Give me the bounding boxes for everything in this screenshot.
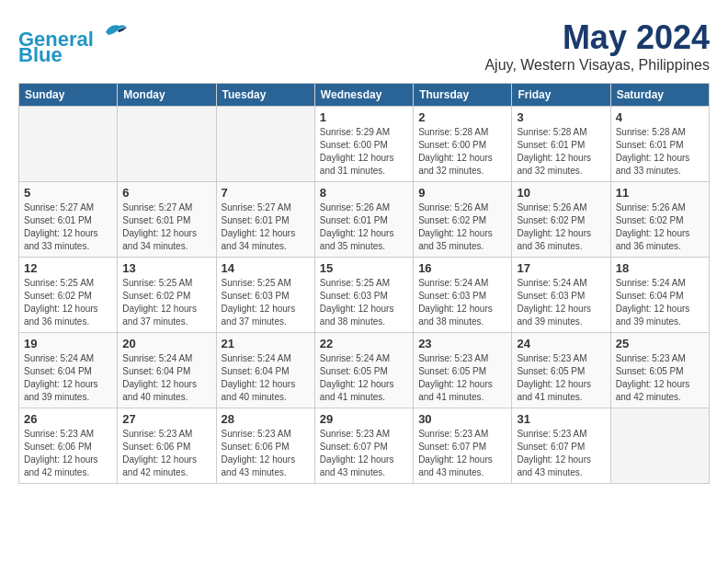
calendar-header-saturday: Saturday <box>610 84 709 107</box>
calendar-cell <box>19 107 118 182</box>
day-number: 23 <box>418 337 506 350</box>
day-info: Sunrise: 5:23 AMSunset: 6:05 PMDaylight:… <box>418 352 506 404</box>
calendar-header-thursday: Thursday <box>414 84 512 107</box>
calendar-cell: 2Sunrise: 5:28 AMSunset: 6:00 PMDaylight… <box>414 107 512 182</box>
calendar-cell: 26Sunrise: 5:23 AMSunset: 6:06 PMDayligh… <box>19 408 118 484</box>
calendar-cell: 12Sunrise: 5:25 AMSunset: 6:02 PMDayligh… <box>19 258 118 333</box>
day-info: Sunrise: 5:25 AMSunset: 6:02 PMDaylight:… <box>122 277 210 328</box>
day-info: Sunrise: 5:23 AMSunset: 6:06 PMDaylight:… <box>24 428 112 479</box>
day-info: Sunrise: 5:24 AMSunset: 6:03 PMDaylight:… <box>517 277 605 328</box>
calendar-table: SundayMondayTuesdayWednesdayThursdayFrid… <box>18 83 710 484</box>
day-number: 25 <box>616 337 704 350</box>
calendar-header-row: SundayMondayTuesdayWednesdayThursdayFrid… <box>19 84 710 107</box>
calendar-cell: 9Sunrise: 5:26 AMSunset: 6:02 PMDaylight… <box>414 182 512 258</box>
day-info: Sunrise: 5:23 AMSunset: 6:06 PMDaylight:… <box>222 428 310 479</box>
day-info: Sunrise: 5:25 AMSunset: 6:02 PMDaylight:… <box>24 277 112 328</box>
day-number: 31 <box>517 412 605 426</box>
day-number: 3 <box>517 110 605 124</box>
calendar-cell <box>216 107 314 182</box>
calendar-header-friday: Friday <box>512 84 610 107</box>
day-number: 1 <box>320 110 408 124</box>
calendar-week-row: 19Sunrise: 5:24 AMSunset: 6:04 PMDayligh… <box>19 333 710 408</box>
calendar-cell: 7Sunrise: 5:27 AMSunset: 6:01 PMDaylight… <box>216 182 314 258</box>
calendar-cell: 29Sunrise: 5:23 AMSunset: 6:07 PMDayligh… <box>314 408 413 484</box>
calendar-cell: 13Sunrise: 5:25 AMSunset: 6:02 PMDayligh… <box>118 258 216 333</box>
day-number: 12 <box>24 261 112 275</box>
day-info: Sunrise: 5:25 AMSunset: 6:03 PMDaylight:… <box>222 277 310 328</box>
day-number: 24 <box>517 337 605 350</box>
calendar-cell: 16Sunrise: 5:24 AMSunset: 6:03 PMDayligh… <box>414 258 512 333</box>
day-info: Sunrise: 5:28 AMSunset: 6:01 PMDaylight:… <box>517 126 605 178</box>
calendar-cell: 6Sunrise: 5:27 AMSunset: 6:01 PMDaylight… <box>118 182 216 258</box>
calendar-cell: 27Sunrise: 5:23 AMSunset: 6:06 PMDayligh… <box>118 408 216 484</box>
day-number: 15 <box>320 261 408 275</box>
calendar-cell: 31Sunrise: 5:23 AMSunset: 6:07 PMDayligh… <box>512 408 610 484</box>
calendar-cell: 21Sunrise: 5:24 AMSunset: 6:04 PMDayligh… <box>216 333 314 408</box>
day-info: Sunrise: 5:29 AMSunset: 6:00 PMDaylight:… <box>320 126 408 178</box>
day-number: 14 <box>222 261 310 275</box>
day-number: 20 <box>122 337 210 350</box>
logo: General Blue <box>18 18 129 67</box>
day-info: Sunrise: 5:26 AMSunset: 6:02 PMDaylight:… <box>418 201 506 253</box>
day-info: Sunrise: 5:24 AMSunset: 6:05 PMDaylight:… <box>320 352 408 404</box>
day-info: Sunrise: 5:23 AMSunset: 6:06 PMDaylight:… <box>122 428 210 479</box>
logo-bird-icon <box>101 18 129 46</box>
calendar-header-sunday: Sunday <box>19 84 118 107</box>
day-number: 16 <box>418 261 506 275</box>
day-number: 29 <box>320 412 408 426</box>
day-info: Sunrise: 5:23 AMSunset: 6:07 PMDaylight:… <box>320 428 408 479</box>
subtitle: Ajuy, Western Visayas, Philippines <box>484 57 710 74</box>
calendar-cell: 18Sunrise: 5:24 AMSunset: 6:04 PMDayligh… <box>610 258 709 333</box>
calendar-week-row: 26Sunrise: 5:23 AMSunset: 6:06 PMDayligh… <box>19 408 710 484</box>
day-number: 5 <box>24 186 112 200</box>
calendar-cell: 8Sunrise: 5:26 AMSunset: 6:01 PMDaylight… <box>314 182 413 258</box>
day-info: Sunrise: 5:25 AMSunset: 6:03 PMDaylight:… <box>320 277 408 328</box>
title-section: May 2024 Ajuy, Western Visayas, Philippi… <box>484 18 710 74</box>
day-number: 17 <box>517 261 605 275</box>
calendar-cell: 3Sunrise: 5:28 AMSunset: 6:01 PMDaylight… <box>512 107 610 182</box>
day-number: 21 <box>222 337 310 350</box>
calendar-cell: 20Sunrise: 5:24 AMSunset: 6:04 PMDayligh… <box>118 333 216 408</box>
day-number: 9 <box>418 186 506 200</box>
day-number: 6 <box>122 186 210 200</box>
day-number: 2 <box>418 110 506 124</box>
day-info: Sunrise: 5:24 AMSunset: 6:04 PMDaylight:… <box>122 352 210 404</box>
day-info: Sunrise: 5:23 AMSunset: 6:05 PMDaylight:… <box>517 352 605 404</box>
calendar-cell <box>118 107 216 182</box>
day-info: Sunrise: 5:28 AMSunset: 6:01 PMDaylight:… <box>616 126 704 178</box>
day-info: Sunrise: 5:23 AMSunset: 6:07 PMDaylight:… <box>418 428 506 479</box>
day-number: 13 <box>122 261 210 275</box>
day-info: Sunrise: 5:23 AMSunset: 6:05 PMDaylight:… <box>616 352 704 404</box>
day-info: Sunrise: 5:24 AMSunset: 6:04 PMDaylight:… <box>222 352 310 404</box>
day-number: 10 <box>517 186 605 200</box>
day-number: 28 <box>222 412 310 426</box>
day-info: Sunrise: 5:27 AMSunset: 6:01 PMDaylight:… <box>24 201 112 253</box>
day-info: Sunrise: 5:27 AMSunset: 6:01 PMDaylight:… <box>122 201 210 253</box>
day-number: 4 <box>616 110 704 124</box>
calendar-week-row: 5Sunrise: 5:27 AMSunset: 6:01 PMDaylight… <box>19 182 710 258</box>
day-number: 26 <box>24 412 112 426</box>
calendar-cell: 30Sunrise: 5:23 AMSunset: 6:07 PMDayligh… <box>414 408 512 484</box>
calendar-cell: 5Sunrise: 5:27 AMSunset: 6:01 PMDaylight… <box>19 182 118 258</box>
day-info: Sunrise: 5:24 AMSunset: 6:04 PMDaylight:… <box>616 277 704 328</box>
calendar-cell: 28Sunrise: 5:23 AMSunset: 6:06 PMDayligh… <box>216 408 314 484</box>
day-number: 11 <box>616 186 704 200</box>
calendar-cell: 22Sunrise: 5:24 AMSunset: 6:05 PMDayligh… <box>314 333 413 408</box>
day-info: Sunrise: 5:27 AMSunset: 6:01 PMDaylight:… <box>222 201 310 253</box>
calendar-cell: 14Sunrise: 5:25 AMSunset: 6:03 PMDayligh… <box>216 258 314 333</box>
calendar-week-row: 1Sunrise: 5:29 AMSunset: 6:00 PMDaylight… <box>19 107 710 182</box>
calendar-cell: 4Sunrise: 5:28 AMSunset: 6:01 PMDaylight… <box>610 107 709 182</box>
calendar-cell: 24Sunrise: 5:23 AMSunset: 6:05 PMDayligh… <box>512 333 610 408</box>
day-number: 22 <box>320 337 408 350</box>
calendar-cell <box>610 408 709 484</box>
day-info: Sunrise: 5:28 AMSunset: 6:00 PMDaylight:… <box>418 126 506 178</box>
calendar-cell: 11Sunrise: 5:26 AMSunset: 6:02 PMDayligh… <box>610 182 709 258</box>
day-info: Sunrise: 5:26 AMSunset: 6:01 PMDaylight:… <box>320 201 408 253</box>
calendar-cell: 23Sunrise: 5:23 AMSunset: 6:05 PMDayligh… <box>414 333 512 408</box>
day-number: 8 <box>320 186 408 200</box>
day-info: Sunrise: 5:26 AMSunset: 6:02 PMDaylight:… <box>517 201 605 253</box>
calendar-week-row: 12Sunrise: 5:25 AMSunset: 6:02 PMDayligh… <box>19 258 710 333</box>
day-number: 19 <box>24 337 112 350</box>
day-info: Sunrise: 5:24 AMSunset: 6:04 PMDaylight:… <box>24 352 112 404</box>
day-number: 7 <box>222 186 310 200</box>
